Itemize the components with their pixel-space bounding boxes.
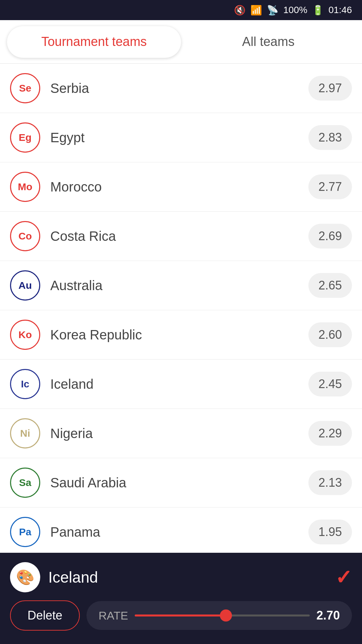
team-rate: 2.45: [308, 372, 352, 396]
team-avatar: Se: [10, 73, 40, 103]
confirm-icon[interactable]: ✓: [335, 566, 352, 589]
tab-all[interactable]: All teams: [181, 26, 355, 58]
team-row[interactable]: SaSaudi Arabia2.13: [0, 458, 362, 507]
team-rate: 2.83: [308, 125, 352, 150]
team-name: Panama: [50, 525, 308, 540]
rate-value: 2.70: [316, 608, 340, 623]
team-rate: 2.60: [308, 322, 352, 347]
team-row[interactable]: EgEgypt2.83: [0, 113, 362, 162]
team-row[interactable]: SeSerbia2.97: [0, 64, 362, 113]
wifi-icon: 📶: [250, 5, 262, 16]
bottom-panel: 🎨 ✓ Delete RATE 2.70: [0, 553, 362, 644]
team-name: Costa Rica: [50, 229, 308, 244]
team-avatar: Mo: [10, 172, 40, 202]
slider-fill: [135, 614, 226, 616]
time-display: 01:46: [328, 5, 352, 15]
tab-tournament[interactable]: Tournament teams: [7, 26, 181, 58]
palette-icon: 🎨: [10, 562, 40, 592]
team-list: SeSerbia2.97EgEgypt2.83MoMorocco2.77CoCo…: [0, 64, 362, 557]
signal-icon: 📡: [267, 5, 279, 16]
team-row[interactable]: IcIceland2.45: [0, 360, 362, 409]
team-name: Saudi Arabia: [50, 475, 308, 490]
team-avatar: Ic: [10, 369, 40, 399]
team-name: Egypt: [50, 130, 308, 145]
team-avatar: Ko: [10, 320, 40, 350]
team-name: Iceland: [50, 377, 308, 392]
rate-label: RATE: [99, 609, 128, 622]
team-name-input[interactable]: [48, 568, 327, 586]
tab-bar: Tournament teams All teams: [0, 20, 362, 64]
team-avatar: Eg: [10, 122, 40, 153]
slider-thumb[interactable]: [220, 609, 232, 622]
team-row[interactable]: CoCosta Rica2.69: [0, 212, 362, 261]
team-row[interactable]: AuAustralia2.65: [0, 261, 362, 310]
bottom-top-row: 🎨 ✓: [10, 562, 352, 592]
team-avatar: Co: [10, 221, 40, 251]
team-rate: 2.77: [308, 174, 352, 199]
status-bar: 🔇 📶 📡 100% 🔋 01:46: [0, 0, 362, 20]
rate-slider[interactable]: [135, 613, 310, 618]
battery-text: 100%: [283, 5, 307, 15]
team-rate: 2.97: [308, 76, 352, 101]
team-row[interactable]: NiNigeria2.29: [0, 409, 362, 458]
team-avatar: Ni: [10, 418, 40, 448]
team-rate: 2.65: [308, 273, 352, 298]
team-name: Korea Republic: [50, 327, 308, 342]
team-name: Serbia: [50, 81, 308, 96]
team-name: Morocco: [50, 179, 308, 195]
status-icons: 🔇 📶 📡 100% 🔋 01:46: [234, 5, 352, 16]
rate-container: RATE 2.70: [86, 601, 352, 630]
team-rate: 2.69: [308, 224, 352, 249]
team-rate: 2.13: [308, 470, 352, 495]
team-name: Nigeria: [50, 426, 308, 441]
team-name: Australia: [50, 278, 308, 293]
team-row[interactable]: MoMorocco2.77: [0, 162, 362, 212]
team-avatar: Au: [10, 270, 40, 301]
team-avatar: Sa: [10, 468, 40, 498]
bottom-bottom-row: Delete RATE 2.70: [10, 600, 352, 631]
delete-button[interactable]: Delete: [10, 600, 80, 631]
battery-icon: 🔋: [312, 5, 324, 16]
team-avatar: Pa: [10, 517, 40, 547]
team-row[interactable]: KoKorea Republic2.60: [0, 310, 362, 360]
mute-icon: 🔇: [234, 5, 246, 16]
team-row[interactable]: PaPanama1.95: [0, 507, 362, 557]
team-rate: 2.29: [308, 421, 352, 446]
team-rate: 1.95: [308, 520, 352, 544]
